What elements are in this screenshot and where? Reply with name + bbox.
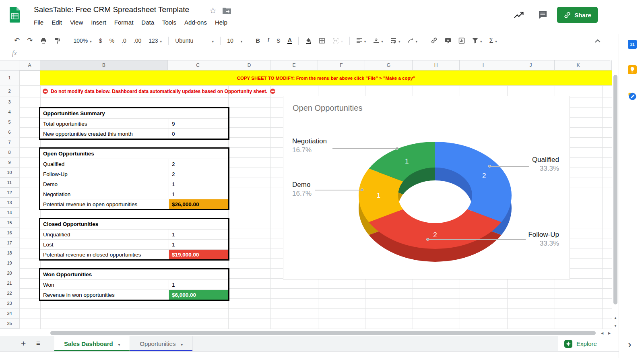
summary-table-3[interactable]: Won OpportunitiesWon1Revenue in won oppo… — [39, 268, 229, 301]
create-filter-button[interactable] — [472, 37, 482, 44]
insert-link-button[interactable] — [431, 37, 438, 44]
menu-file[interactable]: File — [30, 18, 47, 27]
chart-card[interactable]: 2211 Open Opportunities Negotiation 16.7… — [283, 96, 570, 279]
star-icon[interactable] — [209, 6, 217, 15]
cell-value[interactable]: 1 — [169, 179, 228, 189]
menu-tools[interactable]: Tools — [158, 18, 180, 27]
text-wrap-button[interactable] — [390, 37, 400, 44]
row-header-23[interactable]: 23 — [0, 298, 19, 308]
scroll-down-button[interactable] — [613, 323, 618, 329]
format-currency-button[interactable]: $ — [99, 37, 102, 44]
cell-value[interactable]: 2 — [169, 159, 228, 169]
collapse-panel-chevron-icon[interactable] — [628, 338, 632, 351]
cell-label[interactable]: Potential revenue in closed opportunitie… — [40, 250, 169, 259]
summary-table-1[interactable]: Open OpportunitiesQualified2Follow-Up2De… — [39, 147, 229, 210]
row-header-22[interactable]: 22 — [0, 288, 19, 298]
row-header-20[interactable]: 20 — [0, 268, 19, 278]
column-header-stub[interactable] — [602, 60, 612, 70]
row-header-12[interactable]: 12 — [0, 188, 19, 198]
text-rotation-button[interactable] — [407, 37, 417, 44]
horizontal-align-button[interactable] — [356, 37, 366, 44]
row-header-9[interactable]: 9 — [0, 157, 19, 168]
cell-label[interactable]: Revenue in won opportunities — [40, 290, 169, 300]
sheets-logo-icon[interactable] — [9, 6, 21, 25]
column-header-G[interactable]: G — [365, 60, 413, 70]
cell-banner-row1[interactable]: COPY SHEET TO MODIFY: From the menu bar … — [40, 70, 612, 85]
cell-label[interactable]: New opportunities created this month — [40, 129, 169, 139]
zoom-select[interactable]: 100% — [74, 37, 92, 44]
format-percent-button[interactable]: % — [109, 37, 114, 44]
cell-value[interactable]: 2 — [169, 169, 228, 179]
column-header-F[interactable]: F — [318, 60, 365, 70]
menu-edit[interactable]: Edit — [47, 18, 66, 27]
cell-value[interactable]: 1 — [169, 230, 228, 239]
row-header-3[interactable]: 3 — [0, 97, 19, 107]
row-header-11[interactable]: 11 — [0, 178, 19, 188]
row-header-16[interactable]: 16 — [0, 228, 19, 238]
scroll-up-button[interactable] — [613, 315, 618, 321]
cell-label[interactable]: Potential revenue in open opportunities — [40, 199, 169, 209]
redo-button[interactable]: ↷ — [27, 36, 33, 45]
row-header-19[interactable]: 19 — [0, 258, 19, 268]
row-header-17[interactable]: 17 — [0, 238, 19, 248]
row-header-4[interactable]: 4 — [0, 107, 19, 117]
paint-format-button[interactable] — [54, 37, 60, 44]
row-header-21[interactable]: 21 — [0, 278, 19, 288]
menu-data[interactable]: Data — [137, 18, 158, 27]
row-header-2[interactable]: 2 — [0, 85, 19, 97]
row-header-15[interactable]: 15 — [0, 218, 19, 228]
row-header-14[interactable]: 14 — [0, 208, 19, 218]
bold-button[interactable]: B — [256, 37, 260, 44]
share-button[interactable]: Share — [557, 7, 598, 23]
increase-decimal-button[interactable]: .00 — [134, 37, 141, 44]
column-header-E[interactable]: E — [270, 60, 318, 70]
row-header-13[interactable]: 13 — [0, 198, 19, 208]
menu-view[interactable]: View — [66, 18, 87, 27]
functions-button[interactable]: Σ — [489, 37, 497, 44]
tab-sales-dashboard[interactable]: Sales Dashboard — [54, 336, 130, 351]
cell-label[interactable]: Lost — [40, 240, 169, 249]
tab-menu-chevron-icon[interactable] — [181, 340, 183, 347]
column-header-H[interactable]: H — [413, 60, 460, 70]
row-header-24[interactable]: 24 — [0, 308, 19, 319]
cell-warning-row2[interactable]: Do not modify data below. Dashboard data… — [40, 85, 275, 97]
document-title[interactable]: SalesTable: Free CRM Spreadsheet Templat… — [34, 5, 189, 14]
row-header-18[interactable]: 18 — [0, 248, 19, 258]
add-sheet-button[interactable] — [21, 339, 26, 348]
keep-icon[interactable] — [628, 65, 637, 76]
menu-addons[interactable]: Add-ons — [180, 18, 211, 27]
vertical-align-button[interactable] — [373, 37, 383, 44]
menu-format[interactable]: Format — [110, 18, 138, 27]
font-size-select[interactable]: 10 — [227, 37, 242, 44]
insights-icon[interactable] — [514, 10, 524, 22]
move-to-folder-icon[interactable] — [222, 7, 231, 16]
undo-button[interactable]: ↶ — [14, 36, 20, 45]
cell-label[interactable]: Qualified — [40, 159, 169, 169]
table-title[interactable]: Opportunities Summary — [40, 108, 228, 118]
select-all-corner[interactable] — [0, 60, 19, 70]
merge-cells-button[interactable] — [332, 37, 343, 44]
spreadsheet-grid[interactable]: COPY SHEET TO MODIFY: From the menu bar … — [0, 60, 612, 329]
cell-value[interactable]: 1 — [169, 280, 228, 290]
table-title[interactable]: Won Opportunities — [40, 269, 228, 279]
cell-label[interactable]: Unqualified — [40, 230, 169, 239]
vertical-scrollbar[interactable] — [613, 75, 617, 304]
row-header-5[interactable]: 5 — [0, 117, 19, 127]
cell-label[interactable]: Total opportunities — [40, 119, 169, 128]
hide-menus-chevron-icon[interactable] — [594, 38, 601, 44]
text-color-button[interactable]: A — [287, 37, 292, 44]
cell-value[interactable]: $19,000.00 — [169, 250, 228, 259]
font-family-select[interactable]: Ubuntu — [175, 37, 214, 44]
fill-color-button[interactable] — [305, 37, 312, 44]
chart-slice-qualified[interactable] — [435, 142, 512, 222]
row-header-10[interactable]: 10 — [0, 168, 19, 178]
cell-value[interactable]: 1 — [169, 189, 228, 199]
formula-bar[interactable]: fx — [0, 47, 610, 60]
explore-button[interactable]: Explore — [558, 336, 619, 351]
more-formats-button[interactable]: 123 — [149, 37, 162, 44]
cell-label[interactable]: Negotiation — [40, 189, 169, 199]
calendar-icon[interactable]: 31 — [628, 40, 637, 50]
borders-button[interactable] — [319, 37, 325, 44]
column-header-B[interactable]: B — [40, 60, 168, 70]
cell-value[interactable]: $6,000.00 — [169, 290, 228, 300]
